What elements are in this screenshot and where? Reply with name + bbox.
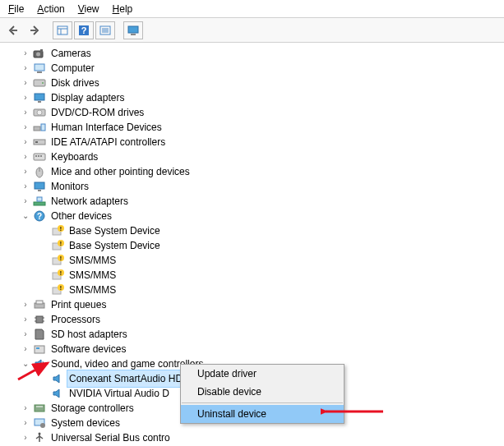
svg-rect-23 [41, 124, 45, 131]
tree-label: Network adapters [49, 193, 130, 209]
menu-view[interactable]: View [73, 2, 104, 16]
tree-item-other[interactable]: ⌄ ? Other devices [2, 209, 502, 223]
tree-item-disk-drives[interactable]: › Disk drives [2, 76, 502, 90]
software-icon [33, 343, 46, 356]
unknown-device-icon: ! [51, 283, 64, 297]
menu-file[interactable]: File [3, 2, 29, 16]
expand-icon[interactable]: › [20, 312, 31, 327]
svg-rect-32 [35, 182, 44, 189]
expand-icon[interactable]: › [20, 401, 31, 416]
svg-rect-35 [37, 197, 42, 201]
expand-icon[interactable]: › [20, 194, 31, 209]
tree-item-sd-host[interactable]: › SD host adapters [2, 327, 502, 342]
expand-icon[interactable]: › [20, 179, 31, 194]
context-update-driver[interactable]: Update driver [181, 365, 344, 383]
svg-rect-29 [40, 155, 42, 157]
expand-icon[interactable]: › [20, 120, 31, 135]
system-icon [33, 416, 46, 430]
tree-item-network[interactable]: › Network adapters [2, 194, 502, 209]
tree-label: Conexant SmartAudio HD [67, 370, 184, 387]
expand-icon[interactable]: › [20, 76, 31, 90]
tree-label: Disk drives [49, 75, 101, 91]
dvd-icon [33, 106, 46, 119]
tree-item-sms3[interactable]: ! SMS/MMS [2, 283, 502, 297]
tree-item-processors[interactable]: › Processors [2, 312, 502, 327]
tree-item-dvd[interactable]: › DVD/CD-ROM drives [2, 105, 502, 120]
tree-item-ide[interactable]: › IDE ATA/ATAPI controllers [2, 135, 502, 149]
tree-item-hid[interactable]: › Human Interface Devices [2, 120, 502, 135]
expand-icon[interactable]: › [20, 135, 31, 149]
expand-icon[interactable]: › [20, 297, 31, 312]
tree-item-software-devices[interactable]: › Software devices [2, 342, 502, 356]
svg-rect-61 [36, 347, 39, 349]
tree-label: Base System Device [67, 223, 162, 239]
tree-label: SMS/MMS [67, 252, 118, 269]
svg-rect-10 [131, 34, 136, 35]
tree-item-cameras[interactable]: › Cameras [2, 46, 502, 61]
expand-icon[interactable]: › [20, 61, 31, 76]
storage-icon [33, 402, 46, 415]
expand-icon[interactable]: › [20, 327, 31, 342]
tree-item-bsd2[interactable]: ! Base System Device [2, 238, 502, 253]
tree-item-computer[interactable]: › Computer [2, 61, 502, 76]
tree-item-sms1[interactable]: ! SMS/MMS [2, 253, 502, 268]
menubar: File Action View Help [0, 0, 504, 18]
tree-item-usb[interactable]: › Universal Serial Bus contro [2, 430, 502, 445]
expand-icon[interactable]: › [20, 342, 31, 356]
expand-icon[interactable]: › [20, 416, 31, 430]
sound-icon [51, 387, 64, 400]
svg-text:!: ! [60, 270, 62, 276]
tree-label: Cameras [49, 45, 93, 62]
svg-rect-28 [38, 155, 39, 157]
tree-item-display-adapters[interactable]: › Display adapters [2, 90, 502, 105]
context-disable-device[interactable]: Disable device [181, 383, 344, 401]
svg-rect-54 [36, 301, 43, 304]
tree-label: IDE ATA/ATAPI controllers [49, 134, 167, 150]
tree-item-bsd1[interactable]: ! Base System Device [2, 223, 502, 238]
expand-icon[interactable]: › [20, 149, 31, 164]
svg-rect-22 [34, 126, 40, 131]
collapse-icon[interactable]: ⌄ [20, 356, 31, 371]
ide-icon [33, 136, 46, 149]
toolbar: ? [0, 18, 504, 43]
expand-icon[interactable]: › [20, 46, 31, 61]
tree-label: Processors [49, 311, 102, 328]
svg-point-12 [36, 53, 40, 57]
computer-icon [33, 62, 46, 75]
svg-point-66 [39, 433, 41, 435]
expand-icon[interactable]: › [20, 90, 31, 105]
svg-text:?: ? [81, 25, 87, 35]
svg-rect-0 [58, 26, 67, 34]
back-button[interactable] [3, 21, 23, 39]
tree-label: Mice and other pointing devices [49, 163, 192, 180]
help-button[interactable]: ? [74, 21, 94, 39]
tree-label: Monitors [49, 178, 90, 195]
display-icon [33, 91, 46, 104]
svg-rect-9 [128, 26, 138, 33]
menu-help[interactable]: Help [108, 2, 138, 16]
tree-item-monitors[interactable]: › Monitors [2, 179, 502, 194]
sound-icon [33, 357, 46, 370]
tree-label: Print queues [49, 297, 108, 313]
menu-separator [182, 402, 343, 403]
tree-label: Universal Serial Bus contro [49, 430, 172, 446]
collapse-icon[interactable]: ⌄ [20, 209, 31, 223]
tree-item-sms2[interactable]: ! SMS/MMS [2, 268, 502, 283]
scan-hardware-button[interactable] [123, 21, 143, 39]
context-uninstall-device[interactable]: Uninstall device [181, 405, 344, 423]
svg-point-65 [40, 423, 45, 428]
expand-icon[interactable]: › [20, 105, 31, 120]
svg-text:?: ? [37, 212, 42, 221]
tree-label: Keyboards [49, 149, 99, 165]
tree-item-mice[interactable]: › Mice and other pointing devices [2, 164, 502, 179]
tree-label: Human Interface Devices [49, 119, 164, 136]
expand-icon[interactable]: › [20, 430, 31, 445]
properties-button[interactable] [95, 21, 115, 39]
forward-button[interactable] [25, 21, 44, 39]
unknown-device-icon: ! [51, 254, 64, 267]
show-hidden-button[interactable] [53, 21, 72, 39]
expand-icon[interactable]: › [20, 164, 31, 179]
tree-item-print-queues[interactable]: › Print queues [2, 297, 502, 312]
tree-item-keyboards[interactable]: › Keyboards [2, 149, 502, 164]
menu-action[interactable]: Action [32, 2, 69, 16]
